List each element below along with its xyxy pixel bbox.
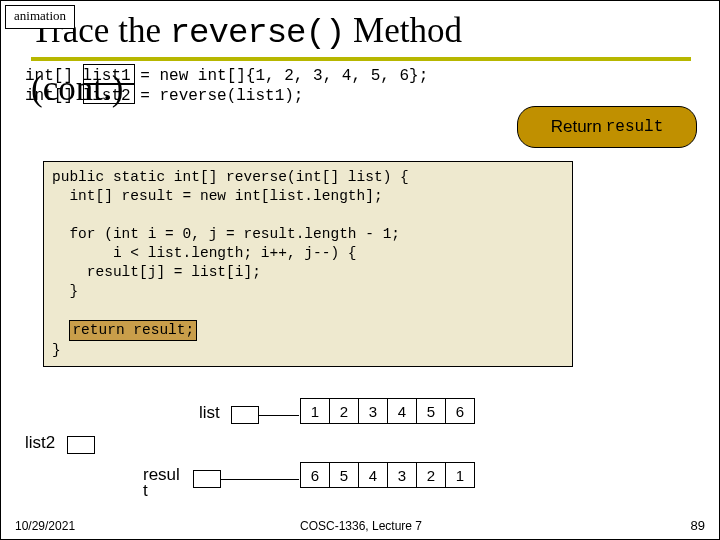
- list2-pointer: [67, 436, 95, 454]
- code-l7: }: [52, 283, 78, 299]
- result-cell: 5: [329, 462, 359, 488]
- slide-title: Trace the reverse() Method: [31, 11, 462, 52]
- list-cell: 6: [445, 398, 475, 424]
- result-cell: 1: [445, 462, 475, 488]
- list-label: list: [199, 403, 220, 423]
- code-l5: i < list.length; i++, j--) {: [52, 245, 357, 261]
- result-cell: 4: [358, 462, 388, 488]
- highlight-list2: [83, 84, 135, 104]
- footer-page: 89: [691, 518, 705, 533]
- list2-label: list2: [25, 433, 55, 453]
- title-code: reverse(): [170, 14, 345, 52]
- result-cell: 2: [416, 462, 446, 488]
- result-arrow: [221, 479, 299, 480]
- animation-tag: animation: [5, 5, 75, 29]
- list-cell: 5: [416, 398, 446, 424]
- bubble-text: Return: [551, 117, 602, 137]
- code-l6: result[j] = list[i];: [52, 264, 261, 280]
- result-array: 6 5 4 3 2 1: [301, 462, 475, 488]
- bubble-code: result: [606, 118, 664, 136]
- list-pointer: [231, 406, 259, 424]
- list-cell: 3: [358, 398, 388, 424]
- list-cell: 1: [300, 398, 330, 424]
- code-l4: for (int i = 0, j = result.length - 1;: [52, 226, 400, 242]
- result-pointer: [193, 470, 221, 488]
- code-block: public static int[] reverse(int[] list) …: [43, 161, 573, 367]
- code-l1: public static int[] reverse(int[] list) …: [52, 169, 409, 185]
- list-array: 1 2 3 4 5 6: [301, 398, 475, 424]
- callout-bubble: Return result: [517, 106, 697, 148]
- result-cell: 3: [387, 462, 417, 488]
- title-post: Method: [344, 11, 462, 50]
- list-cell: 4: [387, 398, 417, 424]
- slide: animation Trace the reverse() Method (co…: [0, 0, 720, 540]
- return-highlight: return result;: [69, 320, 197, 341]
- code-l2: int[] result = new int[list.length];: [52, 188, 383, 204]
- highlight-list1: [83, 64, 135, 84]
- result-label: resul t: [143, 467, 180, 499]
- list-cell: 2: [329, 398, 359, 424]
- title-underline: [31, 57, 691, 61]
- footer-center: COSC-1336, Lecture 7: [1, 519, 720, 533]
- list-arrow: [259, 415, 299, 416]
- result-cell: 6: [300, 462, 330, 488]
- code-l10: }: [52, 342, 61, 358]
